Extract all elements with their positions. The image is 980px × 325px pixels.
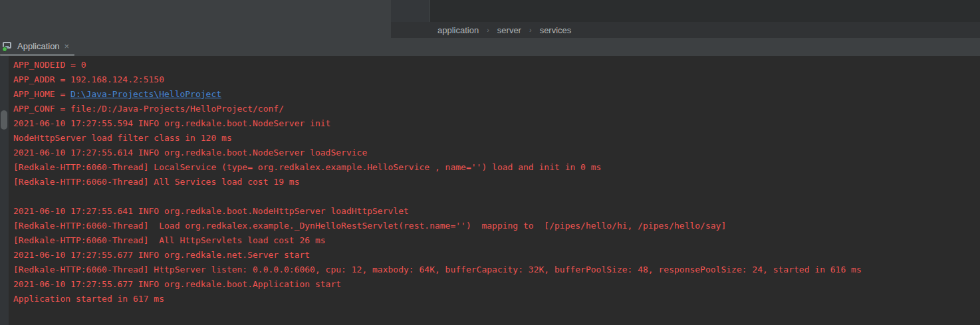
console-log-lines: APP_NODEID = 0APP_ADDR = 192.168.124.2:5…	[13, 58, 862, 306]
console-line: 2021-06-10 17:27:55.677 INFO org.redkale…	[13, 248, 862, 263]
running-indicator-icon	[2, 47, 7, 52]
log-text: [Redkale-HTTP:6060-Thread] HttpServer li…	[13, 265, 862, 274]
console-line: APP_ADDR = 192.168.124.2:5150	[13, 72, 862, 87]
console-line: [Redkale-HTTP:6060-Thread] Load org.redk…	[13, 219, 862, 233]
log-text: 2021-06-10 17:27:55.677 INFO org.redkale…	[13, 279, 341, 289]
chevron-right-icon: ›	[487, 26, 489, 34]
tab-application[interactable]: Application ×	[0, 38, 73, 54]
log-text: 2021-06-10 17:27:55.594 INFO org.redkale…	[13, 118, 330, 128]
log-text: Application started in 617 ms	[13, 294, 164, 304]
console-line: [Redkale-HTTP:6060-Thread] All HttpServl…	[13, 233, 862, 248]
log-text: APP_CONF = file:/D:/Java-Projects/HelloP…	[13, 104, 284, 114]
breadcrumb-item-services[interactable]: services	[540, 25, 572, 35]
console-line: [Redkale-HTTP:6060-Thread] All Services …	[13, 175, 862, 189]
breadcrumb-item-server[interactable]: server	[497, 25, 521, 35]
console-line: APP_NODEID = 0	[13, 58, 862, 72]
gutter-scroll-thumb[interactable]	[1, 110, 7, 130]
console-line: APP_CONF = file:/D:/Java-Projects/HelloP…	[13, 102, 862, 116]
console-line: 2021-06-10 17:27:55.614 INFO org.redkale…	[13, 146, 862, 160]
log-text: APP_NODEID = 0	[13, 60, 86, 70]
ide-window: { "colors": { "console_bg": "#2B2B2B", "…	[0, 0, 980, 325]
console-icon	[2, 41, 13, 51]
close-icon[interactable]: ×	[64, 42, 70, 51]
chevron-right-icon: ›	[529, 26, 532, 34]
log-text: 2021-06-10 17:27:55.641 INFO org.redkale…	[13, 206, 409, 216]
breadcrumb: application › server › services	[391, 22, 980, 38]
console-line: Application started in 617 ms	[13, 292, 862, 306]
log-text: APP_ADDR = 192.168.124.2:5150	[13, 74, 164, 84]
log-text: 2021-06-10 17:27:55.614 INFO org.redkale…	[13, 148, 367, 158]
console-line: APP_HOME = D:\Java-Projects\HelloProject	[13, 87, 862, 102]
editor-header-segment	[391, 0, 430, 22]
editor-area-placeholder	[0, 0, 391, 38]
editor-header-strip	[391, 0, 980, 22]
log-text: [Redkale-HTTP:6060-Thread] All HttpServl…	[13, 235, 326, 245]
console-line: [Redkale-HTTP:6060-Thread] HttpServer li…	[13, 263, 862, 277]
run-tool-window-tab-bar: Application ×	[0, 38, 980, 56]
log-text: [Redkale-HTTP:6060-Thread] LocalService …	[13, 162, 601, 172]
console-line: [Redkale-HTTP:6060-Thread] LocalService …	[13, 160, 862, 175]
breadcrumb-item-application[interactable]: application	[437, 25, 479, 35]
console-line	[13, 189, 862, 204]
console-line: 2021-06-10 17:27:55.594 INFO org.redkale…	[13, 116, 862, 131]
console-line: 2021-06-10 17:27:55.677 INFO org.redkale…	[13, 277, 862, 292]
log-text: [Redkale-HTTP:6060-Thread] Load org.redk…	[13, 221, 726, 231]
log-text: [Redkale-HTTP:6060-Thread] All Services …	[13, 177, 299, 187]
tab-application-label: Application	[17, 41, 60, 51]
console-line: 2021-06-10 17:27:55.641 INFO org.redkale…	[13, 204, 862, 219]
log-text: NodeHttpServer load filter class in 120 …	[13, 133, 232, 143]
log-text: APP_HOME =	[13, 89, 70, 99]
console-line: NodeHttpServer load filter class in 120 …	[13, 131, 862, 146]
console-output-panel[interactable]: APP_NODEID = 0APP_ADDR = 192.168.124.2:5…	[0, 56, 980, 325]
file-link[interactable]: D:\Java-Projects\HelloProject	[70, 89, 221, 99]
log-text: 2021-06-10 17:27:55.677 INFO org.redkale…	[13, 250, 310, 260]
console-gutter	[0, 56, 9, 325]
